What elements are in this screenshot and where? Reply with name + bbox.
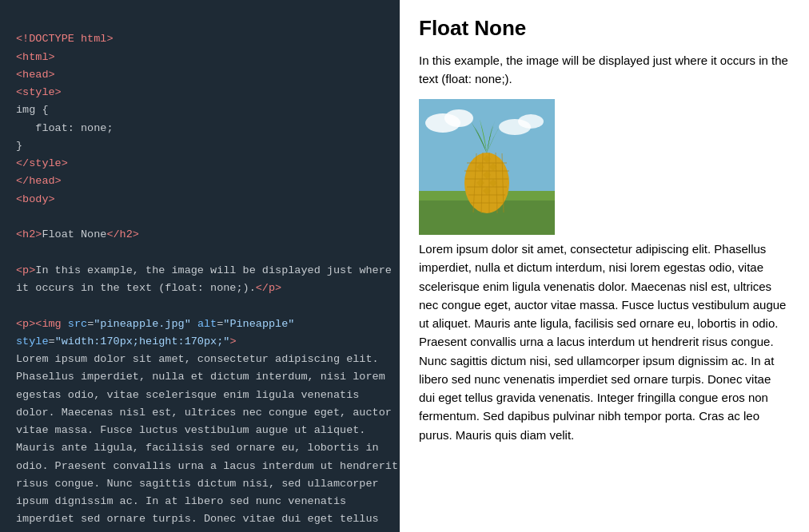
preview-panel: Float None In this example, the image wi… [400, 0, 809, 532]
pineapple-image [419, 99, 555, 235]
svg-point-4 [518, 114, 544, 129]
svg-point-2 [444, 109, 473, 127]
code-editor: <!DOCTYPE html> <html> <head> <style> im… [0, 0, 400, 532]
preview-title: Float None [419, 16, 790, 41]
preview-description: In this example, the image will be displ… [419, 52, 790, 88]
preview-lorem-text: Lorem ipsum dolor sit amet, consectetur … [419, 240, 790, 444]
code-line-doctype: <!DOCTYPE html> <html> <head> <style> im… [16, 33, 398, 532]
